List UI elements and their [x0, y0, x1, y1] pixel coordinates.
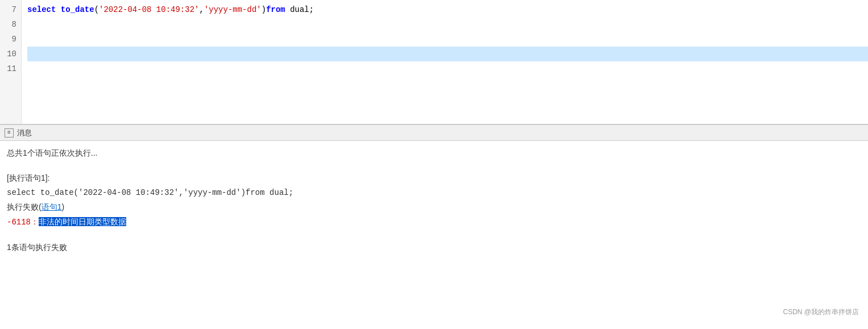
messages-section: ≡ 消息 总共1个语句正依次执行... [执行语句1]: select to_d… [0, 125, 868, 322]
code-area: 7 8 9 10 11 select to_date('2022-04-08 1… [0, 0, 868, 124]
keyword-select: select [27, 5, 56, 14]
keyword-from: from [266, 5, 285, 14]
code-line-7: select to_date('2022-04-08 10:49:32','yy… [27, 2, 868, 17]
code-line-9 [27, 32, 868, 47]
horizontal-scrollbar[interactable]: ‹ [0, 124, 868, 125]
execution-failed-suffix: ) [61, 202, 64, 211]
messages-tab[interactable]: ≡ 消息 [0, 125, 868, 141]
message-line-4: select to_date('2022-04-08 10:49:32','yy… [7, 186, 861, 200]
code-line-8 [27, 17, 868, 32]
line-numbers: 7 8 9 10 11 [0, 0, 22, 124]
message-line-5: 执行失败(语句1) [7, 201, 861, 214]
code-line-10 [27, 47, 868, 61]
str-date: '2022-04-08 10:49:32' [99, 5, 199, 14]
error-text: 非法的时间日期类型数据 [39, 217, 126, 226]
scroll-left-icon: ‹ [5, 124, 8, 125]
line-num-7: 7 [5, 2, 16, 17]
messages-body: 总共1个语句正依次执行... [执行语句1]: select to_date('… [0, 141, 868, 322]
message-line-7-empty [7, 231, 861, 241]
execution-failed-prefix: 执行失败( [7, 202, 41, 211]
message-line-8: 1条语句执行失败 [7, 241, 861, 255]
code-line-11 [27, 61, 868, 76]
message-line-6: -6118：非法的时间日期类型数据 [7, 215, 861, 230]
message-line-1: 总共1个语句正依次执行... [7, 147, 861, 160]
messages-tab-label: 消息 [17, 128, 32, 138]
code-content[interactable]: select to_date('2022-04-08 10:49:32','yy… [22, 0, 868, 124]
line-num-11: 11 [5, 61, 16, 76]
line-num-9: 9 [5, 32, 16, 47]
footer-brand: CSDN @我的炸串拌饼店 [783, 306, 859, 318]
message-line-3: [执行语句1]: [7, 172, 861, 185]
editor-section: 7 8 9 10 11 select to_date('2022-04-08 1… [0, 0, 868, 125]
message-line-2-empty [7, 161, 861, 172]
str-format: 'yyyy-mm-dd' [204, 5, 261, 14]
keyword-to-date: to_date [61, 5, 94, 14]
statement-link[interactable]: 语句1 [41, 202, 62, 211]
line-num-10: 10 [5, 47, 16, 61]
line-num-8: 8 [5, 17, 16, 32]
error-code: -6118： [7, 218, 39, 227]
messages-tab-icon: ≡ [5, 128, 14, 138]
tab-icon-symbol: ≡ [7, 130, 11, 136]
